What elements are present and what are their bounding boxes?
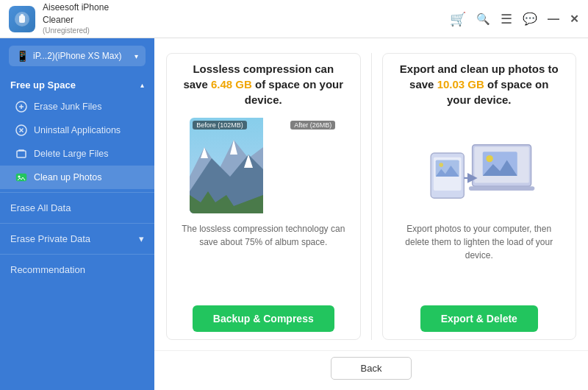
- titlebar: Aiseesoft iPhone Cleaner (Unregistered) …: [0, 0, 588, 38]
- free-up-section: Free up Space ▴ Erase Junk Files: [0, 74, 154, 189]
- titlebar-controls: 🛒 🔍 ☰ 💬 — ✕: [450, 11, 579, 27]
- device-selector[interactable]: 📱 iP...2)(iPhone XS Max) ▾: [9, 46, 146, 66]
- sidebar: 📱 iP...2)(iPhone XS Max) ▾ Free up Space…: [0, 38, 154, 390]
- svg-rect-5: [17, 151, 26, 157]
- svg-rect-2: [21, 14, 24, 16]
- svg-rect-27: [469, 186, 534, 191]
- uninstall-icon: [15, 124, 28, 137]
- content: Lossless compression can save 6.48 GB of…: [154, 38, 588, 390]
- svg-rect-1: [19, 15, 25, 23]
- svg-point-26: [486, 155, 492, 162]
- before-label: Before (102MB): [193, 121, 247, 130]
- sidebar-item-erase-all[interactable]: Erase All Data: [0, 196, 154, 220]
- export-panel-title: Export and clean up photos to save 10.03…: [398, 61, 562, 107]
- after-image: [263, 118, 337, 213]
- sidebar-divider-2: [0, 223, 154, 224]
- compress-panel-title: Lossless compression can save 6.48 GB of…: [182, 61, 345, 107]
- image-divider: [263, 118, 265, 213]
- free-up-header[interactable]: Free up Space ▴: [0, 74, 154, 95]
- close-button[interactable]: ✕: [570, 13, 579, 26]
- delete-large-icon: [15, 147, 28, 160]
- export-panel: Export and clean up photos to save 10.03…: [382, 53, 577, 340]
- panel-separator: [371, 53, 372, 340]
- recommendation-label: Recommendation: [10, 264, 85, 275]
- sidebar-item-erase-private[interactable]: Erase Private Data ▾: [0, 227, 154, 251]
- backup-compress-button[interactable]: Backup & Compress: [193, 305, 334, 332]
- compress-panel: Lossless compression can save 6.48 GB of…: [166, 53, 361, 340]
- svg-point-32: [439, 163, 443, 167]
- sidebar-item-delete-large[interactable]: Delete Large Files: [0, 142, 154, 166]
- clean-photos-icon: [15, 171, 28, 184]
- uninstall-label: Uninstall Applications: [34, 125, 121, 135]
- clean-photos-label: Clean up Photos: [34, 172, 101, 182]
- free-up-chevron-icon: ▴: [140, 81, 144, 89]
- sidebar-item-clean-photos[interactable]: Clean up Photos: [0, 166, 154, 189]
- phone-icon: 📱: [16, 50, 29, 62]
- compress-description: The lossless compression technology can …: [182, 222, 345, 249]
- search-icon[interactable]: 🔍: [476, 13, 490, 26]
- sidebar-item-erase-junk[interactable]: Erase Junk Files: [0, 95, 154, 118]
- menu-icon[interactable]: ☰: [501, 11, 512, 27]
- export-delete-button[interactable]: Export & Delete: [420, 305, 538, 332]
- delete-large-label: Delete Large Files: [34, 149, 108, 159]
- device-name: iP...2)(iPhone XS Max): [33, 51, 130, 61]
- before-image: [190, 118, 263, 213]
- app-title: Aiseesoft iPhone Cleaner (Unregistered): [43, 1, 109, 37]
- export-illustration: [420, 118, 538, 213]
- erase-junk-label: Erase Junk Files: [34, 102, 101, 112]
- free-up-label: Free up Space: [10, 79, 76, 91]
- chat-icon[interactable]: 💬: [523, 12, 537, 26]
- sidebar-item-uninstall[interactable]: Uninstall Applications: [0, 118, 154, 142]
- erase-private-label: Erase Private Data: [10, 233, 90, 244]
- app-icon: [9, 6, 35, 32]
- image-comparison: Before (102MB) After (26MB): [190, 118, 337, 213]
- sidebar-divider-1: [0, 192, 154, 193]
- back-bar: Back: [154, 350, 588, 390]
- erase-all-label: Erase All Data: [10, 202, 71, 213]
- export-description: Export photos to your computer, then del…: [398, 222, 562, 262]
- titlebar-left: Aiseesoft iPhone Cleaner (Unregistered): [9, 1, 109, 37]
- main-layout: 📱 iP...2)(iPhone XS Max) ▾ Free up Space…: [0, 38, 588, 390]
- content-inner: Lossless compression can save 6.48 GB of…: [154, 38, 588, 347]
- device-chevron-icon: ▾: [135, 52, 138, 60]
- after-label: After (26MB): [290, 121, 335, 130]
- erase-private-chevron-icon: ▾: [139, 233, 144, 244]
- minimize-button[interactable]: —: [548, 13, 559, 26]
- junk-icon: [15, 100, 28, 113]
- cart-icon[interactable]: 🛒: [450, 11, 466, 27]
- sidebar-item-recommendation[interactable]: Recommendation: [0, 258, 154, 282]
- sidebar-divider-3: [0, 254, 154, 255]
- back-button[interactable]: Back: [331, 357, 412, 380]
- svg-point-7: [18, 176, 21, 178]
